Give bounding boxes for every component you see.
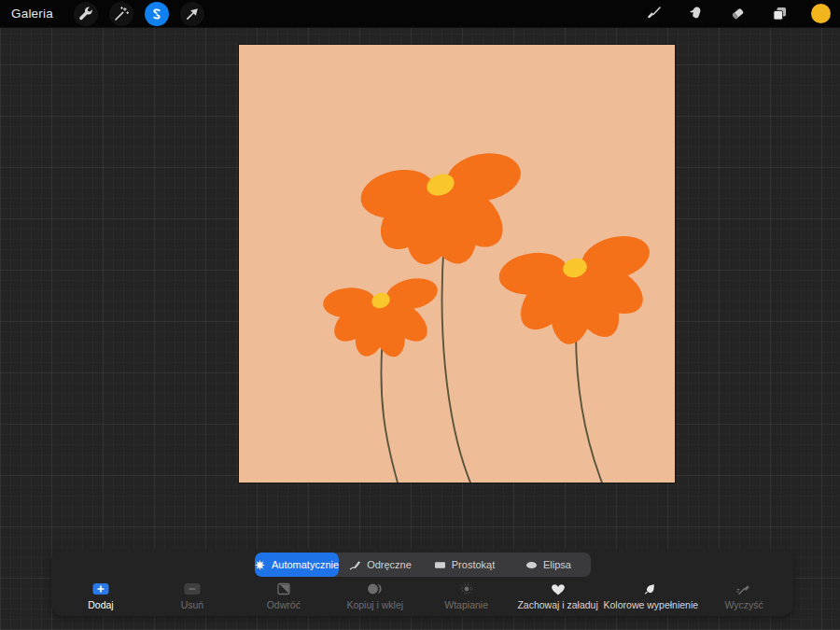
action-save-load[interactable]: Zachowaj i załaduj — [512, 581, 604, 610]
workspace: Automatycznie Odręczne Prostokąt — [0, 28, 840, 630]
mode-label: Prostokąt — [452, 559, 495, 570]
action-add[interactable]: Dodaj — [55, 581, 147, 610]
action-invert[interactable]: Odwróć — [238, 581, 329, 610]
mode-label: Elipsa — [543, 559, 571, 570]
color-swatch[interactable] — [811, 4, 831, 23]
color-fill-icon — [641, 581, 660, 596]
erase-tool-button[interactable] — [726, 2, 750, 26]
top-toolbar: Galeria — [0, 0, 840, 28]
selection-tool-button[interactable] — [145, 2, 169, 26]
ellipse-icon — [525, 559, 538, 571]
selection-actions-row: Dodaj Usuń Odwróć — [55, 581, 790, 610]
layers-button[interactable] — [768, 2, 792, 26]
layers-icon — [770, 4, 790, 23]
action-label: Usuń — [181, 599, 204, 610]
flower — [357, 147, 525, 269]
auto-splat-icon — [255, 559, 266, 571]
mode-label: Automatycznie — [272, 559, 339, 570]
action-label: Kolorowe wypełnienie — [604, 599, 699, 610]
selection-toolbar-panel: Automatycznie Odręczne Prostokąt — [51, 549, 793, 616]
mode-label: Odręczne — [367, 559, 412, 570]
add-plus-icon — [91, 581, 110, 596]
eraser-icon — [728, 4, 748, 23]
flower — [497, 230, 654, 346]
action-copy-paste[interactable]: Kopiuj i wklej — [329, 581, 421, 610]
mode-automatic[interactable]: Automatycznie — [255, 553, 339, 577]
adjustments-button[interactable] — [109, 2, 133, 26]
heart-icon — [549, 581, 567, 596]
transform-arrow-icon — [183, 5, 202, 23]
action-label: Wtapianie — [444, 599, 488, 610]
mode-ellipse[interactable]: Elipsa — [507, 553, 591, 577]
smudge-tool-button[interactable] — [684, 2, 708, 26]
magic-wand-icon — [112, 5, 131, 23]
paint-tool-button[interactable] — [642, 2, 666, 26]
top-toolbar-right — [633, 2, 833, 26]
brush-icon — [644, 4, 664, 23]
action-color-fill[interactable]: Kolorowe wypełnienie — [604, 581, 699, 610]
mode-rectangle[interactable]: Prostokąt — [423, 553, 507, 577]
feather-icon — [457, 581, 476, 596]
gallery-button[interactable]: Galeria — [11, 7, 53, 21]
action-remove[interactable]: Usuń — [147, 581, 238, 610]
mode-freehand[interactable]: Odręczne — [339, 553, 423, 577]
sweep-icon — [735, 581, 753, 596]
wrench-icon — [77, 5, 95, 23]
top-toolbar-left: Galeria — [11, 2, 210, 26]
selection-mode-segmented-control: Automatycznie Odręczne Prostokąt — [255, 553, 591, 577]
canvas-artwork — [239, 45, 675, 483]
copy-paste-icon — [366, 581, 385, 596]
smudge-finger-icon — [686, 4, 706, 23]
invert-icon — [274, 581, 293, 596]
actions-button[interactable] — [74, 2, 98, 26]
action-label: Dodaj — [88, 599, 113, 610]
action-clear[interactable]: Wyczyść — [698, 581, 790, 610]
flower — [322, 273, 441, 360]
rectangle-icon — [434, 559, 446, 571]
action-label: Odwróć — [267, 599, 301, 610]
action-label: Zachowaj i załaduj — [517, 599, 597, 610]
transform-tool-button[interactable] — [180, 2, 204, 26]
procreate-window: Galeria — [0, 0, 840, 630]
action-label: Kopiuj i wklej — [346, 599, 403, 610]
action-label: Wyczyść — [724, 599, 763, 610]
freehand-pencil-icon — [349, 559, 361, 571]
remove-minus-icon — [183, 581, 202, 596]
selection-s-icon — [147, 5, 166, 23]
canvas[interactable] — [239, 45, 675, 483]
action-feather[interactable]: Wtapianie — [421, 581, 512, 610]
